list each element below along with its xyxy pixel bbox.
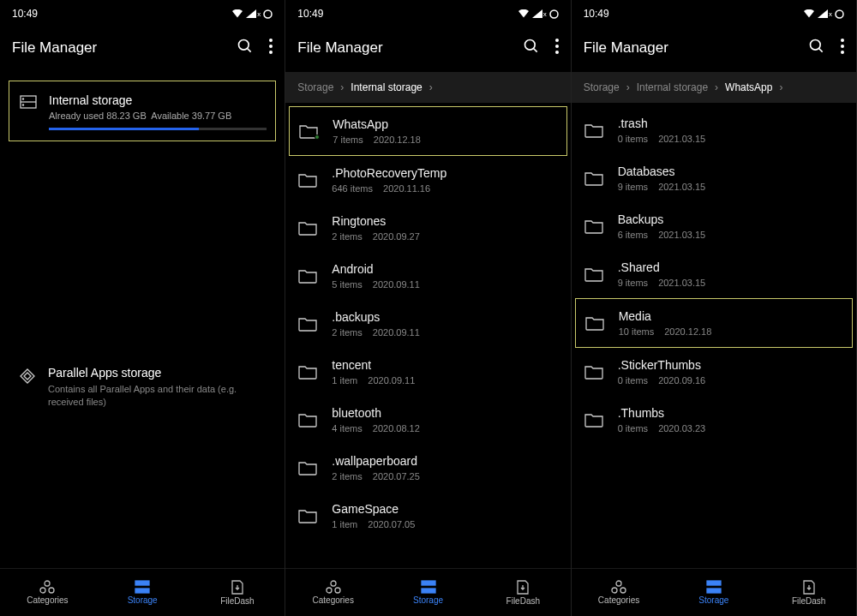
screen-1: 10:49 x File Manager Internal storage: [0, 0, 285, 616]
nav-filedash[interactable]: FileDash: [190, 569, 285, 616]
svg-line-2: [248, 49, 251, 52]
svg-point-26: [836, 10, 843, 18]
breadcrumb-item[interactable]: Internal storage: [637, 81, 708, 93]
svg-point-1: [239, 40, 249, 51]
folder-row[interactable]: bluetooth4 items2020.08.12: [285, 396, 570, 444]
folder-row[interactable]: Android5 items2020.09.11: [285, 252, 570, 300]
folder-name: bluetooth: [332, 406, 558, 420]
folder-row[interactable]: .PhotoRecoveryTemp646 items2020.11.16: [285, 156, 570, 204]
svg-point-4: [269, 45, 273, 48]
search-icon[interactable]: [523, 38, 540, 58]
folder-meta: 1 item2020.07.05: [332, 519, 558, 529]
signal-x-icon: x: [543, 10, 547, 18]
folder-row[interactable]: WhatsApp7 items2020.12.18: [289, 106, 566, 156]
chevron-right-icon: ›: [429, 81, 433, 93]
folder-icon: [584, 170, 604, 186]
svg-rect-24: [422, 581, 435, 585]
folder-meta: 9 items2021.03.15: [618, 278, 844, 288]
folder-name: GameSpace: [332, 502, 558, 516]
folder-row[interactable]: Media10 items2020.12.18: [575, 298, 853, 348]
parallel-icon: [19, 366, 36, 410]
status-icons: x: [231, 9, 273, 19]
folder-meta: 2 items2020.09.27: [332, 231, 558, 242]
folder-name: .PhotoRecoveryTemp: [332, 166, 558, 180]
svg-line-28: [818, 49, 822, 52]
signal-icon: [246, 9, 256, 18]
parallel-storage-card[interactable]: Parallel Apps storage Contains all Paral…: [9, 356, 276, 420]
folder-row[interactable]: GameSpace1 item2020.07.05: [285, 492, 570, 540]
folder-row[interactable]: .trash0 items2021.03.15: [572, 106, 856, 154]
folder-icon: [297, 268, 318, 284]
svg-rect-25: [422, 589, 435, 593]
folder-row[interactable]: .wallpaperboard2 items2020.07.25: [285, 444, 570, 492]
folder-meta: 2 items2020.09.11: [332, 327, 558, 338]
folder-list: WhatsApp7 items2020.12.18.PhotoRecoveryT…: [285, 103, 570, 568]
folder-row[interactable]: .Thumbs0 items2020.03.23: [572, 396, 856, 444]
more-icon[interactable]: [269, 39, 273, 57]
more-icon[interactable]: [555, 39, 559, 57]
folder-icon: [297, 364, 318, 380]
internal-storage-sub: Already used 88.23 GB Available 39.77 GB: [49, 111, 267, 121]
folder-icon: [584, 364, 604, 380]
folder-icon: [297, 460, 318, 475]
svg-point-27: [810, 40, 820, 51]
nav-categories[interactable]: Categories: [0, 569, 95, 616]
folder-name: tencent: [332, 358, 558, 372]
folder-row[interactable]: tencent1 item2020.09.11: [285, 348, 570, 396]
status-time: 10:49: [584, 8, 609, 20]
svg-point-11: [40, 588, 45, 593]
folder-row[interactable]: Databases9 items2021.03.15: [572, 154, 856, 202]
folder-name: .trash: [618, 117, 844, 130]
folder-row[interactable]: .Shared9 items2021.03.15: [572, 250, 856, 298]
nav-storage[interactable]: Storage: [95, 569, 190, 616]
nav-storage[interactable]: Storage: [666, 569, 761, 616]
svg-point-9: [22, 105, 23, 105]
breadcrumb-item[interactable]: Storage: [297, 81, 333, 93]
folder-meta: 9 items2021.03.15: [618, 182, 844, 192]
folder-row[interactable]: .StickerThumbs0 items2020.09.16: [572, 348, 856, 396]
folder-icon: [297, 316, 318, 332]
app-bar: File Manager: [0, 24, 285, 72]
folder-row[interactable]: Ringtones2 items2020.09.27: [285, 204, 570, 252]
svg-point-33: [612, 588, 617, 593]
breadcrumb-item[interactable]: Internal storage: [351, 81, 422, 93]
folder-icon: [584, 266, 604, 282]
folder-row[interactable]: .backups2 items2020.09.11: [285, 300, 570, 348]
internal-storage-card[interactable]: Internal storage Already used 88.23 GB A…: [9, 81, 276, 141]
signal-x-icon: x: [829, 10, 832, 18]
folder-icon: [584, 315, 605, 331]
svg-point-21: [331, 581, 336, 586]
nav-filedash[interactable]: FileDash: [761, 569, 856, 616]
parallel-sub: Contains all Parallel Apps and their dat…: [48, 383, 266, 410]
breadcrumb-item[interactable]: Storage: [584, 81, 620, 93]
svg-point-30: [841, 45, 844, 48]
folder-name: .wallpaperboard: [332, 454, 558, 468]
search-icon[interactable]: [237, 38, 254, 58]
folder-name: .StickerThumbs: [618, 358, 844, 372]
folder-name: .backups: [332, 310, 558, 324]
folder-meta: 0 items2021.03.15: [618, 134, 844, 144]
signal-icon: [818, 9, 828, 18]
storage-icon: [20, 93, 39, 130]
app-bar: File Manager: [572, 24, 856, 72]
status-icons: x: [803, 9, 844, 19]
nav-filedash[interactable]: FileDash: [476, 569, 571, 616]
folder-name: .Shared: [618, 260, 844, 274]
folder-meta: 4 items2020.08.12: [332, 423, 558, 434]
nav-categories[interactable]: Categories: [572, 569, 667, 616]
folder-row[interactable]: Backups6 items2021.03.15: [572, 202, 856, 250]
svg-point-23: [335, 588, 340, 593]
folder-meta: 646 items2020.11.16: [332, 183, 558, 194]
more-icon[interactable]: [841, 39, 844, 57]
status-icons: x: [518, 9, 559, 19]
folder-meta: 5 items2020.09.11: [332, 279, 558, 290]
signal-x-icon: x: [257, 10, 261, 18]
svg-rect-35: [707, 581, 721, 585]
breadcrumb: Storage›Internal storage›WhatsApp›: [572, 72, 856, 103]
status-bar: 10:49 x: [572, 0, 856, 24]
storage-bar: [49, 128, 267, 130]
nav-storage[interactable]: Storage: [381, 569, 476, 616]
breadcrumb-item[interactable]: WhatsApp: [725, 81, 772, 93]
search-icon[interactable]: [808, 38, 825, 58]
nav-categories[interactable]: Categories: [285, 569, 381, 616]
